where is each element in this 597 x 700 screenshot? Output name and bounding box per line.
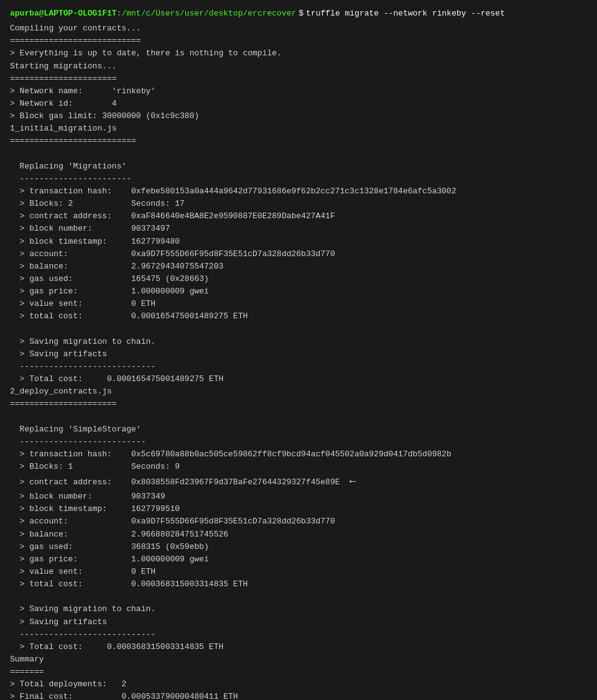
prompt-path: :/mnt/c/Users/user/desktop/ercrecover [117,7,297,20]
migration1-text: 1_initial_migration.js =================… [10,122,587,385]
migration2-section: 2_deploy_contracts.js ==================… [10,385,587,653]
prompt-dollar: $ [298,7,303,20]
compile-section: Compiling your contracts... ============… [10,22,587,60]
terminal-window: apurba@LAPTOP-OLOG1F1T :/mnt/c/Users/use… [10,7,587,700]
migration1-section: 1_initial_migration.js =================… [10,122,587,385]
migrations-start: Starting migrations... =================… [10,60,587,123]
migration2-text: 2_deploy_contracts.js ==================… [10,385,587,653]
summary-section: Summary ======= > Total deployments: 2 >… [10,653,587,700]
summary-text: Summary ======= > Total deployments: 2 >… [10,653,587,700]
prompt-command: truffle migrate --network rinkeby --rese… [306,7,505,20]
compile-text: Compiling your contracts... ============… [10,22,587,60]
migrations-text: Starting migrations... =================… [10,60,587,123]
prompt-line: apurba@LAPTOP-OLOG1F1T :/mnt/c/Users/use… [10,7,587,20]
prompt-user: apurba@LAPTOP-OLOG1F1T [10,7,117,20]
